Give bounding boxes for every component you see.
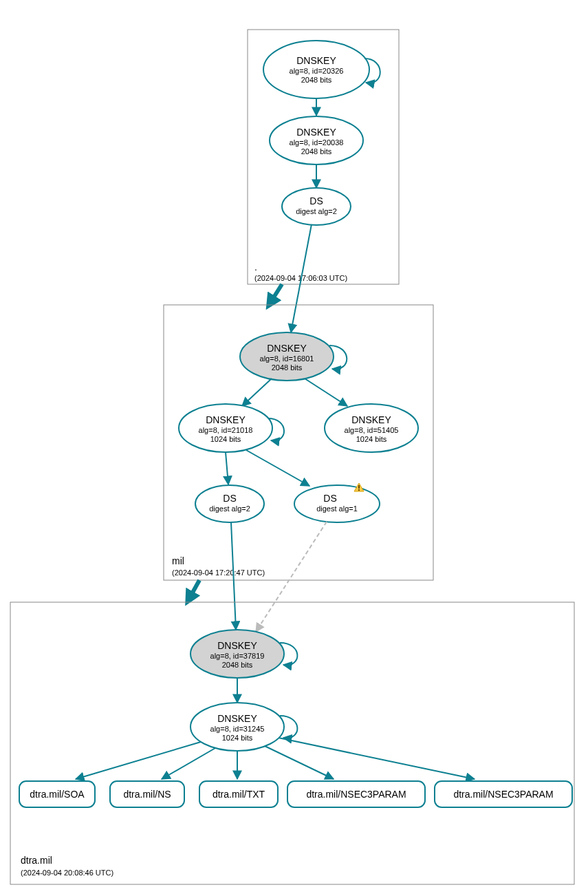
node-rr-n3p2-label: dtra.mil/NSEC3PARAM: [453, 789, 553, 800]
edge-delegation-mil-dtra: [189, 580, 199, 599]
node-rr-ns-label: dtra.mil/NS: [123, 789, 171, 800]
zone-box-dtra: [10, 602, 574, 884]
node-dtra-zsk-line1: alg=8, id=31245: [210, 725, 265, 733]
edge-dtra-zsk-n3p1: [265, 746, 334, 779]
node-dtra-zsk-line2: 1024 bits: [222, 734, 253, 742]
edge-dtra-zsk-ns: [162, 748, 215, 779]
node-root-ksk-title: DNSKEY: [296, 55, 336, 66]
node-dtra-ksk-line2: 2048 bits: [222, 661, 253, 669]
node-root-ds-line1: digest alg=2: [296, 207, 337, 215]
node-mil-ds1: [195, 485, 264, 522]
node-mil-ds2-title: DS: [323, 493, 336, 504]
zone-label-dtra: dtra.mil: [21, 855, 52, 866]
edge-mil-zsk1-ds2: [246, 450, 309, 486]
dnssec-diagram: . (2024-09-04 17:06:03 UTC) DNSKEY alg=8…: [0, 0, 588, 894]
node-dtra-zsk-title: DNSKEY: [217, 713, 257, 724]
node-mil-zsk1-line2: 1024 bits: [210, 435, 241, 443]
edge-mil-ksk-zsk2: [305, 379, 347, 406]
node-mil-zsk2-title: DNSKEY: [351, 414, 391, 425]
node-mil-ksk-title: DNSKEY: [267, 343, 307, 354]
svg-rect-0: [358, 485, 360, 489]
node-root-ds-title: DS: [309, 195, 323, 206]
edge-dtra-zsk-n3p2: [279, 738, 475, 779]
edge-mil-ds2-dtra-ksk: [256, 522, 327, 632]
node-dtra-ksk-title: DNSKEY: [217, 640, 257, 651]
node-mil-ds2-line1: digest alg=1: [316, 504, 358, 513]
edge-dtra-zsk-soa: [76, 742, 201, 779]
node-root-ds: [282, 188, 351, 225]
node-mil-zsk2-line2: 1024 bits: [356, 435, 387, 443]
zone-label-root: .: [254, 262, 257, 273]
node-root-ksk-line2: 2048 bits: [301, 76, 332, 84]
zone-timestamp-mil: (2024-09-04 17:20:47 UTC): [172, 568, 265, 577]
node-root-zsk-line2: 2048 bits: [301, 147, 332, 156]
edge-mil-ksk-zsk1: [242, 379, 272, 406]
node-mil-ksk-line1: alg=8, id=16801: [260, 354, 314, 363]
node-root-zsk-line1: alg=8, id=20038: [290, 138, 344, 147]
node-mil-zsk1-title: DNSKEY: [206, 414, 246, 425]
node-mil-ksk-line2: 2048 bits: [272, 363, 303, 372]
node-root-ksk-line1: alg=8, id=20326: [290, 67, 344, 75]
node-rr-txt-label: dtra.mil/TXT: [213, 789, 265, 800]
zone-label-mil: mil: [172, 555, 184, 566]
node-mil-zsk2-line1: alg=8, id=51405: [345, 426, 399, 434]
node-dtra-ksk-line1: alg=8, id=37819: [210, 652, 265, 660]
zone-timestamp-dtra: (2024-09-04 20:08:46 UTC): [21, 869, 113, 877]
node-mil-ds2: [294, 485, 380, 522]
node-mil-ds1-line1: digest alg=2: [209, 504, 250, 513]
node-root-zsk-title: DNSKEY: [296, 127, 336, 138]
node-mil-ds1-title: DS: [223, 493, 236, 504]
edge-delegation-root-mil: [270, 284, 282, 303]
node-rr-n3p1-label: dtra.mil/NSEC3PARAM: [306, 789, 406, 800]
edge-mil-zsk1-ds1: [226, 452, 228, 485]
node-mil-zsk1-line1: alg=8, id=21018: [199, 426, 253, 434]
svg-rect-1: [358, 489, 360, 491]
node-rr-soa-label: dtra.mil/SOA: [30, 789, 85, 800]
